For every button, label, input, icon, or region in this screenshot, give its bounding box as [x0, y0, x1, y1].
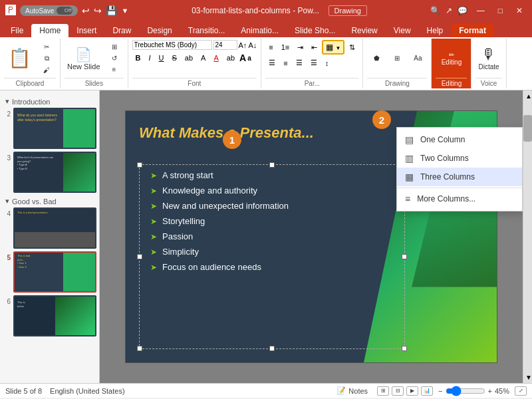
editing-button[interactable]: ✏Editing [439, 50, 465, 67]
section-button[interactable]: ≡ [105, 65, 124, 74]
slide-img-6[interactable]: This isbetter [13, 295, 96, 336]
line-spacing-button[interactable]: ↕ [322, 58, 332, 68]
handle-top-mid[interactable] [269, 162, 275, 168]
handle-bot-right[interactable] [402, 346, 407, 351]
arrange-button[interactable]: ⊞ [388, 53, 406, 63]
zoom-in-icon[interactable]: + [488, 387, 492, 395]
tab-help[interactable]: Help [419, 24, 452, 37]
tab-design[interactable]: Design [139, 24, 180, 37]
minimize-button[interactable]: — [473, 5, 489, 17]
bold-button[interactable]: B [132, 53, 144, 63]
layout-button[interactable]: ⊞ [105, 42, 124, 52]
slide-img-4[interactable]: This is a bad presentation [13, 207, 96, 249]
justify-button[interactable]: ☰ [307, 57, 321, 68]
presenter-view-button[interactable]: 📊 [421, 386, 433, 396]
bullets-button[interactable]: ≡ [265, 42, 276, 53]
maximize-button[interactable]: □ [494, 5, 507, 17]
drawing-tab-label[interactable]: Drawing [329, 5, 367, 16]
shadow-button[interactable]: ab [182, 53, 196, 63]
font-color-button[interactable]: A [210, 53, 221, 63]
vertical-scrollbar[interactable]: ▲ ▼ [523, 90, 532, 383]
slide-thumb-4[interactable]: 4 This is a bad presentation [3, 207, 96, 249]
align-left-button[interactable]: ☰ [265, 57, 279, 68]
search-icon[interactable]: 🔍 [430, 6, 440, 15]
handle-bot-left[interactable] [137, 346, 142, 351]
align-right-button[interactable]: ☰ [293, 57, 306, 68]
font-size-down-icon[interactable]: a [247, 55, 251, 62]
numbering-button[interactable]: 1≡ [278, 42, 293, 53]
comments-icon[interactable]: 💬 [458, 6, 467, 15]
tab-slideshow[interactable]: Slide Sho... [287, 24, 343, 37]
undo-icon[interactable]: ↩ [82, 5, 90, 16]
slide-thumb-5[interactable]: 5 This is badpres...• Item 1• Item 2 [3, 251, 96, 293]
decrease-font-icon[interactable]: A↓ [248, 41, 257, 49]
save-icon[interactable]: 💾 [106, 5, 117, 16]
paste-button[interactable]: 📋 [4, 45, 35, 72]
tab-animations[interactable]: Animatio... [233, 24, 287, 37]
copy-button[interactable]: ⧉ [37, 53, 56, 64]
font-family-input[interactable] [132, 40, 212, 50]
slide-thumb-6[interactable]: 6 This isbetter [3, 295, 96, 336]
autosave-control[interactable]: AutoSave Off [20, 5, 78, 16]
column-three-option[interactable]: ▦ Three Columns [397, 168, 522, 186]
scroll-down-icon[interactable]: ▼ [523, 372, 532, 383]
dictate-button[interactable]: 🎙 Dictate [475, 45, 501, 72]
text-box[interactable]: ➤A strong start ➤Knowledge and authority… [139, 164, 405, 349]
slide-thumb-3[interactable]: 3 What kind of presentations areyou givi… [3, 152, 96, 193]
more-columns-option[interactable]: ≡ More Columns... [397, 190, 522, 208]
autosave-toggle[interactable]: Off [57, 7, 72, 15]
tab-home[interactable]: Home [31, 24, 68, 37]
tab-insert[interactable]: Insert [68, 24, 104, 37]
slide-img-3[interactable]: What kind of presentations areyou giving… [13, 152, 96, 193]
drawing-label: Drawing [367, 78, 427, 87]
clear-format-button[interactable]: A [198, 53, 209, 63]
reset-button[interactable]: ↺ [105, 53, 124, 63]
column-two-option[interactable]: ▥ Two Columns [397, 149, 522, 168]
text-direction-button[interactable]: ⇅ [346, 42, 358, 53]
slide-img-2[interactable]: What do you want listenersafter today's … [13, 108, 96, 149]
underline-button[interactable]: U [156, 53, 168, 63]
zoom-out-icon[interactable]: − [438, 387, 442, 395]
fit-to-window-button[interactable]: ⤢ [515, 386, 527, 396]
tab-view[interactable]: View [386, 24, 419, 37]
handle-mid-left[interactable] [137, 254, 142, 259]
close-button[interactable]: ✕ [512, 5, 527, 17]
tab-file[interactable]: File [3, 24, 31, 37]
cut-button[interactable]: ✂ [37, 42, 56, 52]
strikethrough-button[interactable]: S [169, 53, 180, 63]
scroll-thumb[interactable] [523, 115, 532, 142]
zoom-slider[interactable] [446, 386, 485, 396]
indent-less-button[interactable]: ⇤ [308, 42, 321, 53]
slide-thumb-2[interactable]: 2 What do you want listenersafter today'… [3, 108, 96, 149]
new-slide-button[interactable]: 📄 New Slide [65, 45, 103, 72]
font-size-up-icon[interactable]: A [239, 53, 246, 63]
tab-draw[interactable]: Draw [104, 24, 139, 37]
increase-font-icon[interactable]: A↑ [239, 41, 247, 49]
tab-transitions[interactable]: Transitio... [180, 24, 233, 37]
column-one-option[interactable]: ▤ One Column [397, 130, 522, 149]
indent-more-button[interactable]: ⇥ [294, 42, 307, 53]
columns-button[interactable]: ▦ ▼ [322, 40, 344, 55]
format-painter-button[interactable]: 🖌 [37, 65, 56, 75]
italic-button[interactable]: I [145, 53, 154, 63]
tab-format[interactable]: Format [451, 24, 494, 37]
redo-icon[interactable]: ↪ [94, 5, 102, 16]
handle-top-left[interactable] [137, 162, 142, 168]
share-icon[interactable]: ↗ [446, 6, 452, 15]
shapes-button[interactable]: ⬟ [367, 53, 386, 63]
tab-review[interactable]: Review [343, 24, 385, 37]
customize-icon[interactable]: ▼ [121, 7, 128, 15]
highlight-button[interactable]: ab [223, 53, 238, 63]
font-size-input[interactable] [213, 40, 237, 50]
section-arrow-icon-2: ▾ [5, 197, 9, 205]
slide-sorter-button[interactable]: ⊟ [392, 386, 404, 396]
handle-bot-mid[interactable] [269, 346, 275, 351]
reading-view-button[interactable]: ▶ [406, 386, 418, 396]
quick-styles-button[interactable]: Aa [408, 53, 427, 63]
scroll-up-icon[interactable]: ▲ [523, 90, 532, 102]
handle-mid-right[interactable] [402, 254, 407, 259]
align-center-button[interactable]: ≡ [280, 58, 291, 68]
normal-view-button[interactable]: ⊞ [377, 386, 389, 396]
slide-img-5[interactable]: This is badpres...• Item 1• Item 2 [13, 251, 96, 293]
notes-button[interactable]: 📝 Notes [332, 385, 372, 396]
